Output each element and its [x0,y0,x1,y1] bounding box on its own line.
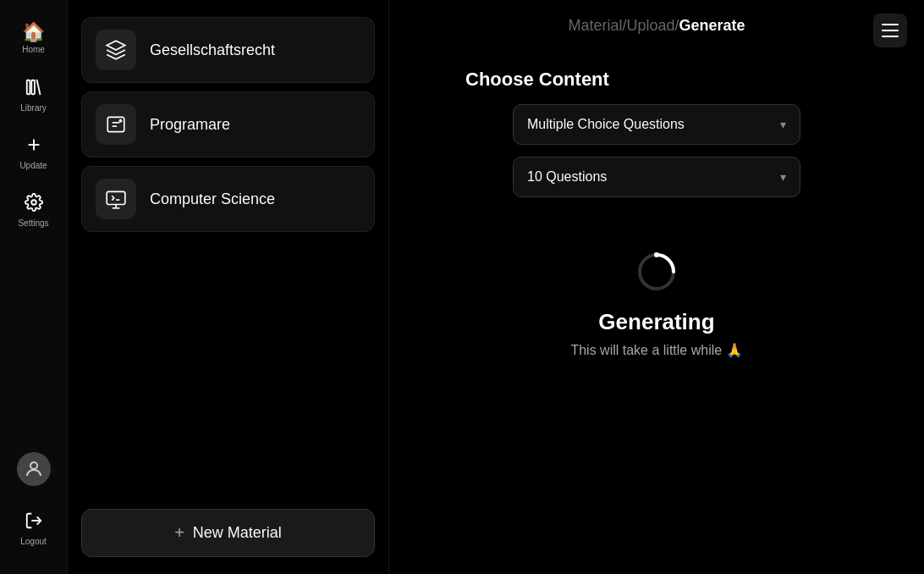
breadcrumb: Material/Upload/Generate [568,17,745,35]
svg-rect-1 [31,80,35,94]
content-area: Choose Content Multiple Choice Questions… [389,52,924,375]
sidebar-label-home: Home [22,45,45,54]
plus-icon: + [174,523,184,543]
sidebar-bottom: Logout [0,445,67,566]
svg-point-4 [31,200,36,205]
course-name-programare: Programare [150,116,230,134]
generating-subtitle: This will take a little while 🙏 [570,342,742,358]
new-material-button[interactable]: + New Material [81,509,375,557]
loading-spinner [636,251,677,292]
course-item-computer-science[interactable]: Computer Science [81,166,375,232]
dropdown-content-type-wrapper: Multiple Choice Questions ▾ [513,104,800,145]
sidebar-label-logout: Logout [20,537,47,546]
settings-icon [25,193,43,217]
choose-content-label: Choose Content [465,69,609,91]
course-item-gesellschaftsrecht[interactable]: Gesellschaftsrecht [81,17,375,83]
menu-button[interactable] [873,14,907,47]
svg-point-16 [654,252,659,257]
main-content: Gesellschaftsrecht Programare [68,0,924,574]
right-panel: Material/Upload/Generate Choose Content … [389,0,924,574]
sidebar-label-library: Library [20,103,47,113]
sidebar-item-logout[interactable]: Logout [7,501,61,555]
dropdown-questions-count[interactable]: 10 Questions ▾ [513,157,800,197]
sidebar-item-home[interactable]: 🏠 Home [7,10,61,64]
left-panel-bottom: + New Material [81,509,375,557]
dropdown-questions-count-wrapper: 10 Questions ▾ [513,157,800,197]
sidebar-item-settings[interactable]: Settings [7,183,61,237]
new-material-label: New Material [193,524,282,542]
avatar[interactable] [17,452,51,486]
menu-line-2 [882,30,899,31]
course-icon-programare [96,104,136,145]
sidebar-label-settings: Settings [18,218,48,228]
library-icon [25,78,43,102]
course-icon-computer-science [96,179,136,219]
breadcrumb-prefix: Material/Upload/ [568,17,679,34]
sidebar: 🏠 Home Library Update Settings [0,0,68,574]
sidebar-item-update[interactable]: Update [7,125,61,179]
generating-title: Generating [598,309,714,335]
svg-rect-0 [26,80,30,94]
svg-rect-11 [107,191,125,204]
course-name-computer-science: Computer Science [150,190,275,208]
course-name-gesellschaftsrecht: Gesellschaftsrecht [150,41,275,59]
menu-line-3 [882,36,899,37]
chevron-down-icon: ▾ [780,118,786,131]
logout-icon [25,511,43,535]
sidebar-item-library[interactable]: Library [7,68,61,122]
course-icon-gesellschaftsrecht [96,30,136,70]
dropdown-content-type-value: Multiple Choice Questions [527,117,685,132]
breadcrumb-current: Generate [679,17,745,34]
course-item-programare[interactable]: Programare [81,91,375,157]
svg-point-5 [30,462,37,469]
sidebar-label-update: Update [19,161,47,170]
left-panel: Gesellschaftsrecht Programare [68,0,389,574]
update-icon [25,135,43,159]
menu-line-1 [882,24,899,25]
home-icon: 🏠 [22,21,45,43]
dropdown-questions-count-value: 10 Questions [527,169,607,185]
svg-rect-7 [107,117,124,131]
dropdown-content-type[interactable]: Multiple Choice Questions ▾ [513,104,800,145]
svg-point-10 [119,120,121,122]
generating-section: Generating This will take a little while… [570,251,742,358]
header: Material/Upload/Generate [389,0,924,52]
chevron-down-icon-2: ▾ [780,170,786,184]
